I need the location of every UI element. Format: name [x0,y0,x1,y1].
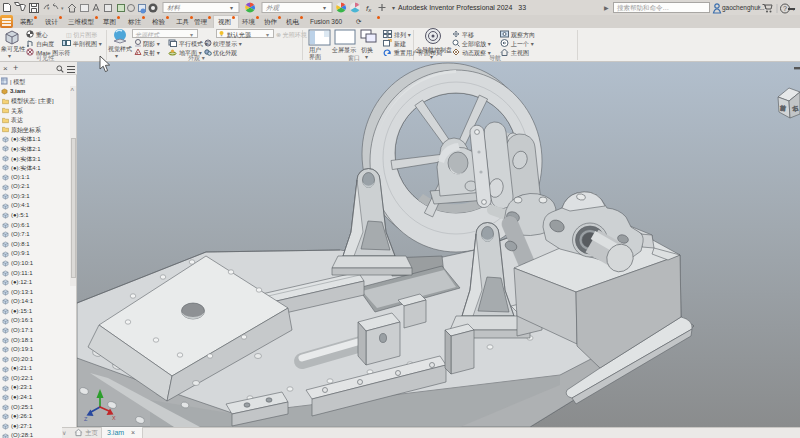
svg-text:前: 前 [779,105,787,112]
svg-text:X: X [112,415,116,421]
